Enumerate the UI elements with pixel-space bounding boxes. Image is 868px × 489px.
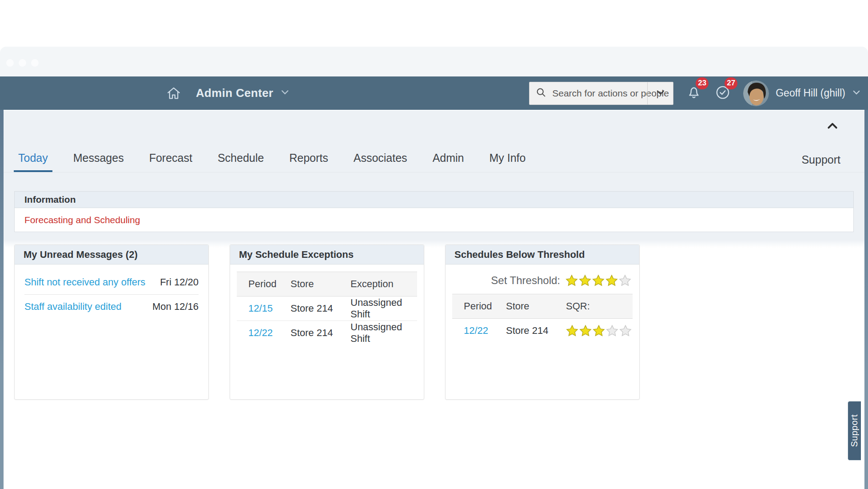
tab-messages[interactable]: Messages: [69, 152, 128, 172]
set-threshold-label: Set Threshold:: [491, 274, 560, 287]
period-link[interactable]: 12/22: [464, 325, 488, 336]
home-icon[interactable]: [166, 86, 181, 101]
search-icon: [536, 87, 546, 100]
header-right: Search for actions or people 23: [529, 80, 861, 106]
tab-my-info[interactable]: My Info: [485, 152, 530, 172]
message-date: Fri 12/20: [160, 277, 199, 288]
schedules-below-threshold-title: Schedules Below Threshold: [446, 245, 639, 265]
search-scope-dropdown[interactable]: [648, 82, 673, 105]
table-header-row: Period Store Exception: [237, 272, 417, 297]
table-row: 12/22 Store 214 Unassigned Shift: [237, 321, 417, 345]
tab-support[interactable]: Support: [801, 153, 840, 172]
search-box[interactable]: Search for actions or people: [529, 82, 673, 105]
window-titlebar: [0, 47, 868, 76]
notifications-badge: 23: [696, 77, 709, 89]
tab-admin[interactable]: Admin: [428, 152, 469, 172]
tab-list: Today Messages Forecast Schedule Reports…: [14, 152, 530, 172]
schedule-exceptions-title: My Schedule Exceptions: [230, 245, 424, 265]
chevron-down-icon: [656, 88, 665, 99]
tab-reports[interactable]: Reports: [285, 152, 333, 172]
chevron-down-icon: [280, 88, 290, 99]
unread-messages-title: My Unread Messages (2): [15, 245, 208, 265]
chevron-up-icon: [826, 127, 839, 133]
window-dot: [6, 59, 14, 67]
table-row: 12/15 Store 214 Unassigned Shift: [237, 297, 417, 321]
collapse-header-button[interactable]: [826, 120, 839, 133]
star-icon: [619, 274, 631, 287]
period-link[interactable]: 12/15: [248, 303, 273, 314]
star-icon: [565, 274, 578, 287]
table-header-row: Period Store SQR:: [452, 294, 633, 319]
message-date: Mon 12/16: [152, 301, 199, 313]
header-left: Admin Center: [166, 86, 290, 101]
support-side-tab[interactable]: Support: [848, 401, 861, 461]
support-side-tab-label: Support: [849, 414, 860, 447]
store-cell: Store 214: [286, 321, 346, 345]
threshold-table: Period Store SQR: 12/22 Store 214: [452, 294, 633, 343]
tab-schedule[interactable]: Schedule: [213, 152, 268, 172]
information-body: Forecasting and Scheduling: [15, 208, 853, 232]
user-menu[interactable]: Geoff Hill (ghill): [743, 80, 861, 106]
star-icon: [605, 274, 618, 287]
message-row: Shift not received any offers Fri 12/20: [24, 270, 199, 294]
chevron-down-icon: [852, 88, 861, 99]
main-panel: Today Messages Forecast Schedule Reports…: [4, 110, 864, 489]
star-icon: [606, 325, 618, 337]
star-icon: [593, 325, 605, 337]
message-link[interactable]: Shift not received any offers: [24, 277, 145, 288]
star-icon: [579, 274, 591, 287]
search-input[interactable]: Search for actions or people: [530, 87, 647, 100]
information-title: Information: [15, 192, 853, 208]
todos-badge: 27: [725, 77, 737, 89]
avatar: [743, 80, 769, 106]
column-header-store: Store: [501, 294, 561, 319]
exception-cell: Unassigned Shift: [346, 297, 417, 321]
tab-bar: Today Messages Forecast Schedule Reports…: [4, 148, 864, 172]
left-edge-strip: [0, 110, 4, 489]
column-header-sqr: SQR:: [561, 294, 633, 319]
user-name: Geoff Hill (ghill): [776, 87, 845, 99]
set-threshold-rating[interactable]: [565, 274, 631, 287]
window-control-dots: [6, 59, 39, 67]
window-dot: [31, 59, 39, 67]
star-icon: [579, 325, 592, 337]
sqr-rating: [566, 325, 633, 337]
store-cell: Store 214: [286, 297, 346, 321]
star-icon: [566, 325, 578, 337]
app-title-menu[interactable]: Admin Center: [196, 86, 290, 100]
store-cell: Store 214: [501, 319, 561, 343]
notifications-button[interactable]: 23: [685, 84, 702, 103]
unread-messages-list: Shift not received any offers Fri 12/20 …: [15, 265, 208, 319]
schedule-exceptions-card: My Schedule Exceptions Period Store Exce…: [230, 244, 424, 400]
column-header-exception: Exception: [346, 272, 417, 297]
information-panel: Information Forecasting and Scheduling: [14, 191, 854, 232]
unread-messages-card: My Unread Messages (2) Shift not receive…: [14, 244, 209, 400]
check-circle-icon: [714, 95, 731, 102]
bell-icon: [685, 95, 702, 102]
tab-associates[interactable]: Associates: [349, 152, 412, 172]
page-title: Admin Center: [196, 86, 273, 100]
app-header: Admin Center Search for actions or peopl…: [0, 76, 868, 110]
period-link[interactable]: 12/22: [248, 327, 273, 338]
star-icon: [592, 274, 605, 287]
schedules-below-threshold-card: Schedules Below Threshold Set Threshold:…: [445, 244, 640, 400]
column-header-period: Period: [237, 272, 286, 297]
todos-button[interactable]: 27: [714, 84, 731, 103]
column-header-period: Period: [452, 294, 501, 319]
schedule-exceptions-table: Period Store Exception 12/15 Store 214 U…: [237, 272, 417, 345]
tab-today[interactable]: Today: [14, 152, 52, 172]
message-row: Staff availability edited Mon 12/16: [24, 294, 199, 319]
window-dot: [19, 59, 26, 67]
forecasting-scheduling-link[interactable]: Forecasting and Scheduling: [24, 215, 140, 225]
exception-cell: Unassigned Shift: [346, 321, 417, 345]
message-link[interactable]: Staff availability edited: [24, 301, 122, 313]
column-header-store: Store: [286, 272, 346, 297]
set-threshold-control: Set Threshold:: [446, 274, 639, 287]
table-row: 12/22 Store 214: [452, 319, 633, 343]
star-icon: [619, 325, 632, 337]
tab-forecast[interactable]: Forecast: [145, 152, 197, 172]
right-edge-strip: [864, 110, 868, 489]
